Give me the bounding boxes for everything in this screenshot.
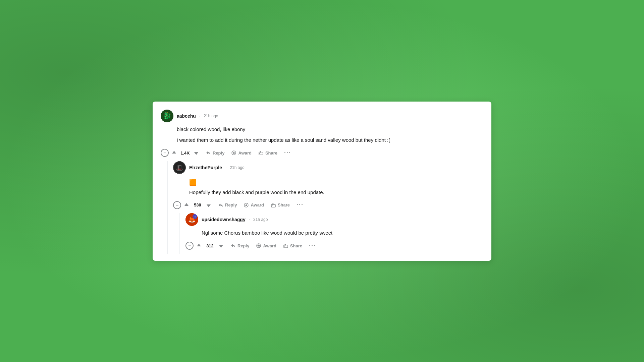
- emoji-badge-2: 🟧: [189, 179, 197, 186]
- comment-text-2: Hopefully they add black and purple wood…: [189, 189, 483, 196]
- reply-icon-2: [218, 202, 223, 208]
- action-bar-3: − 312: [185, 240, 483, 254]
- reply-btn-3[interactable]: Reply: [228, 241, 252, 250]
- vote-section-2: 530: [182, 201, 213, 209]
- reply-icon-1: [206, 150, 211, 156]
- downvote-btn-2[interactable]: [205, 201, 213, 209]
- upvote-btn-1[interactable]: [170, 149, 178, 157]
- upvote-btn-2[interactable]: [182, 201, 191, 209]
- collapse-btn-1[interactable]: −: [161, 149, 169, 157]
- more-btn-3[interactable]: ···: [306, 241, 319, 251]
- upvote-icon: [171, 150, 177, 156]
- timestamp-2: 21h ago: [230, 165, 244, 170]
- reply-icon-3: [230, 243, 236, 248]
- comment-2: 🎩 ElrzethePurple · 21h ago 🟧 Hopefully t…: [173, 161, 483, 214]
- indent-line-1[interactable]: [167, 161, 168, 254]
- username-2[interactable]: ElrzethePurple: [189, 165, 222, 170]
- nested-content-2: 🦊 👓 upsidedownshaggy · 21h ago: [185, 213, 483, 254]
- reply-btn-1[interactable]: Reply: [203, 148, 227, 158]
- share-btn-3[interactable]: Share: [280, 241, 305, 250]
- comment-body-2: 🟧 Hopefully they add black and purple wo…: [189, 177, 483, 196]
- timestamp-3: 21h ago: [253, 217, 268, 222]
- downvote-icon: [194, 150, 199, 156]
- vote-section-3: 312: [195, 242, 225, 250]
- svg-text:🐉: 🐉: [163, 112, 171, 120]
- upvote-icon-2: [184, 202, 189, 208]
- upvote-btn-3[interactable]: [195, 242, 203, 250]
- award-icon-2: [244, 202, 249, 208]
- nested-content-1: 🎩 ElrzethePurple · 21h ago 🟧 Hopefully t…: [173, 161, 483, 254]
- username-1[interactable]: aabcehu: [177, 113, 196, 119]
- award-btn-1[interactable]: Award: [228, 148, 254, 158]
- award-btn-3[interactable]: Award: [253, 241, 279, 250]
- share-btn-1[interactable]: Share: [256, 148, 280, 158]
- share-btn-2[interactable]: Share: [268, 200, 292, 210]
- downvote-icon-2: [206, 202, 211, 208]
- downvote-btn-3[interactable]: [217, 242, 225, 250]
- collapse-btn-3[interactable]: −: [185, 242, 194, 250]
- downvote-icon-3: [218, 243, 224, 248]
- reply-btn-2[interactable]: Reply: [215, 200, 239, 210]
- comment-3: 🦊 👓 upsidedownshaggy · 21h ago: [185, 213, 483, 254]
- award-icon-1: [231, 150, 236, 156]
- svg-text:🎩: 🎩: [176, 164, 183, 172]
- comment-body-1: black colored wood, like ebony i wanted …: [177, 126, 483, 144]
- avatar-image-3: 🦊 👓: [185, 213, 198, 226]
- comment-header-2: 🎩 ElrzethePurple · 21h ago: [173, 161, 483, 174]
- award-btn-2[interactable]: Award: [241, 200, 267, 210]
- downvote-btn-1[interactable]: [192, 149, 200, 157]
- share-icon-2: [271, 202, 276, 208]
- comment-text-1: black colored wood, like ebony i wanted …: [177, 126, 483, 144]
- award-icon-3: [256, 243, 261, 248]
- avatar: 🐉: [161, 110, 173, 122]
- share-icon-1: [258, 150, 264, 156]
- comment-card: 🐉 aabcehu · 21h ago black colored wood, …: [153, 102, 491, 261]
- vote-section-1: 1.4K: [170, 149, 200, 157]
- avatar-image-2: 🎩: [173, 161, 186, 174]
- comment-header-3: 🦊 👓 upsidedownshaggy · 21h ago: [185, 213, 483, 226]
- username-3[interactable]: upsidedownshaggy: [202, 217, 246, 222]
- more-btn-2[interactable]: ···: [294, 200, 306, 210]
- vote-count-3: 312: [205, 243, 215, 248]
- avatar-image: 🐉: [161, 110, 173, 122]
- vote-count-2: 530: [193, 202, 203, 207]
- avatar-3: 🦊 👓: [185, 213, 198, 226]
- comment-header-1: 🐉 aabcehu · 21h ago: [161, 110, 483, 122]
- more-btn-1[interactable]: ···: [281, 148, 294, 158]
- comment-body-3: Ngl some Chorus bamboo like wood would b…: [202, 229, 483, 237]
- action-bar-2: − 530: [173, 199, 483, 213]
- svg-text:👓: 👓: [193, 215, 197, 219]
- thread-level-1: 🎩 ElrzethePurple · 21h ago 🟧 Hopefully t…: [161, 161, 483, 254]
- upvote-icon-3: [196, 243, 202, 248]
- thread-level-2: 🦊 👓 upsidedownshaggy · 21h ago: [173, 213, 483, 254]
- collapse-btn-2[interactable]: −: [173, 201, 181, 209]
- indent-line-2[interactable]: [179, 213, 180, 254]
- avatar-2: 🎩: [173, 161, 186, 174]
- comment-root: 🐉 aabcehu · 21h ago black colored wood, …: [161, 110, 483, 161]
- share-icon-3: [283, 243, 288, 248]
- vote-count-1: 1.4K: [180, 150, 190, 156]
- action-bar-1: − 1.4K Reply: [161, 147, 483, 161]
- comment-text-3: Ngl some Chorus bamboo like wood would b…: [202, 229, 483, 237]
- timestamp-1: 21h ago: [204, 114, 218, 118]
